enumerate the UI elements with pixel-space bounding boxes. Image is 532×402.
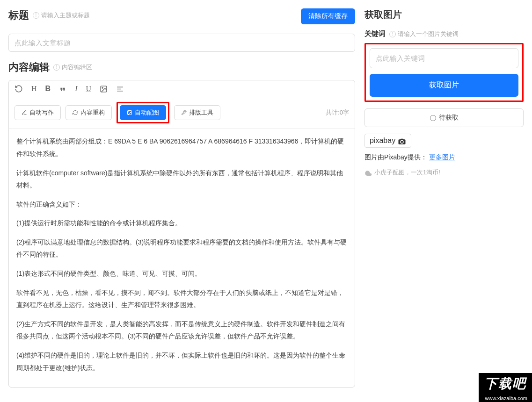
editor-box: H B I U 自动写作: [8, 80, 355, 388]
title-section-header: 标题 ! 请输入主题或标题: [8, 8, 90, 22]
content-paragraph: (2)生产方式不同的软件是开发，是人类智能的高发挥，而不是传统意义上的硬件制造。…: [16, 318, 347, 343]
title-hint: 请输入主题或标题: [41, 11, 90, 20]
svg-point-6: [129, 112, 130, 113]
sidebar-title: 获取图片: [364, 8, 524, 21]
content-paragraph: (1)提供运行时所需功能和性能的命令或计算机程序集合。: [16, 217, 347, 230]
provider-text: 图片由Pixabay提供： 更多图片: [364, 153, 524, 162]
keyword-label: 关键词: [364, 29, 386, 38]
heading-icon[interactable]: H: [31, 85, 37, 93]
content-paragraph: 软件的正确含义如下：: [16, 198, 347, 211]
pending-button[interactable]: 待获取: [364, 108, 524, 127]
content-paragraph: (2)程序可以满意地处理信息的数据结构。(3)说明程序功能要求和程序需要的文档的…: [16, 236, 347, 261]
highlight-box-sidebar: 获取图片: [364, 43, 524, 102]
keyword-input[interactable]: [370, 48, 518, 68]
highlight-box: 自动配图: [117, 102, 169, 123]
circle-icon: [430, 115, 436, 121]
word-count: 共计:0字: [326, 108, 349, 117]
restructure-button[interactable]: 内容重构: [66, 105, 112, 120]
cloud-icon: [364, 169, 372, 176]
more-images-link[interactable]: 更多图片: [429, 153, 455, 161]
format-toolbar: H B I U: [9, 80, 355, 97]
undo-icon[interactable]: [15, 84, 23, 93]
title-label: 标题: [8, 8, 29, 22]
content-edit-label: 内容编辑: [8, 60, 50, 74]
footer-note: 小虎子配图，一次1淘币!: [364, 168, 524, 177]
content-paragraph: (1)表达形式不同的硬件类型、颜色、味道、可见、可摸、可闻。: [16, 267, 347, 280]
svg-point-1: [102, 87, 103, 88]
camera-icon: [398, 137, 406, 144]
content-edit-hint: 内容编辑区: [62, 63, 92, 72]
auto-image-button[interactable]: 自动配图: [120, 105, 166, 120]
auto-write-button[interactable]: 自动写作: [15, 105, 61, 120]
underline-icon[interactable]: U: [86, 85, 91, 93]
content-paragraph: 计算机软件(computer software)是指计算机系统中除硬件以外的所有…: [16, 167, 347, 192]
article-title-input[interactable]: [8, 34, 355, 52]
info-icon: !: [389, 31, 396, 37]
keyword-hint-text: 请输入一个图片关键词: [398, 30, 459, 38]
quote-icon[interactable]: [59, 85, 66, 93]
main-column: 标题 ! 请输入主题或标题 清除所有缓存 内容编辑 ! 内容编辑区 H: [8, 8, 355, 388]
italic-icon[interactable]: I: [75, 85, 77, 93]
bold-icon[interactable]: B: [45, 85, 51, 93]
content-paragraph: 整个计算机系统由两部分组成：E 69DA 5 E 6 BA 9062616964…: [16, 135, 347, 160]
info-icon: !: [53, 64, 60, 71]
action-toolbar: 自动写作 内容重构 自动配图 排版工具 共计:0字: [9, 97, 355, 129]
info-icon: !: [33, 12, 39, 19]
editor-content[interactable]: 整个计算机系统由两部分组成：E 69DA 5 E 6 BA 9062616964…: [9, 129, 355, 387]
clear-cache-button[interactable]: 清除所有缓存: [301, 8, 355, 24]
content-paragraph: 软件看不见，无色，枯燥，看不见，摸不到，闻不到。软件大部分存在于人们的头脑或纸上…: [16, 287, 347, 311]
layout-tool-button[interactable]: 排版工具: [174, 105, 220, 120]
content-paragraph: (4)维护不同的硬件是旧的，理论上软件是旧的，并不坏，但实际上软件也是旧的和坏的…: [16, 349, 347, 374]
align-icon[interactable]: [116, 84, 124, 93]
fetch-image-button[interactable]: 获取图片: [370, 74, 518, 97]
pixabay-badge: pixabay: [364, 134, 411, 148]
sidebar-column: 获取图片 关键词 ! 请输入一个图片关键词 获取图片 待获取 pixabay 图…: [364, 8, 524, 388]
watermark: 下载吧 www.xiazaiba.com: [479, 373, 532, 396]
image-icon[interactable]: [100, 84, 108, 93]
